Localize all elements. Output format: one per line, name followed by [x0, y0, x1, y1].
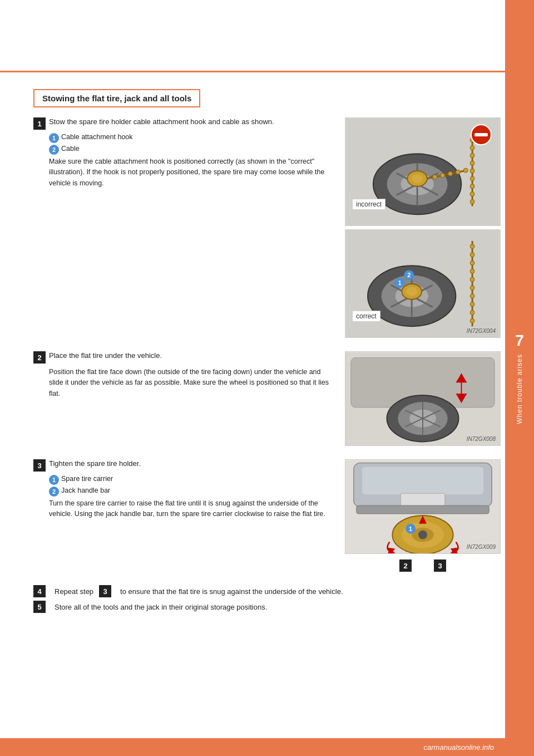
svg-point-35	[406, 287, 417, 296]
step-1-sub-1: 1 Cable attachment hook	[49, 133, 334, 143]
svg-text:1: 1	[398, 279, 401, 286]
chapter-number: 7	[515, 332, 524, 350]
correct-label: correct	[352, 311, 380, 322]
incorrect-image-box: incorrect	[345, 117, 501, 226]
step-3-number: 3	[33, 459, 46, 472]
svg-point-10	[433, 175, 437, 179]
svg-point-45	[470, 277, 474, 282]
svg-rect-64	[362, 467, 483, 495]
step-2-body-text: Position the flat tire face down (the ou…	[49, 367, 334, 399]
step-3-body: Turn the spare tire carrier to raise the…	[49, 498, 334, 520]
circle-3-1: 1	[49, 475, 59, 485]
sub-2-text: Cable	[61, 145, 80, 153]
step-3-row: 3 Tighten the spare tire holder. 1 Spare…	[33, 459, 501, 572]
chapter-title: When trouble arises	[516, 354, 523, 424]
no-entry-icon	[470, 124, 492, 146]
svg-rect-65	[400, 493, 444, 507]
step-3-image-box: 1 IN72GX009	[345, 459, 501, 554]
step-5-row: 5 Store all of the tools and the jack in…	[33, 601, 501, 613]
sub-1-text: Cable attachment hook	[61, 133, 133, 141]
step-5-text: Store all of the tools and the jack in t…	[55, 603, 267, 611]
svg-point-11	[441, 173, 445, 178]
step-3-sub-1: 1 Spare tire carrier	[49, 475, 334, 485]
svg-text:1: 1	[409, 526, 412, 532]
svg-point-13	[456, 170, 460, 174]
step-3-image: 1 IN72GX009 2 3	[345, 459, 501, 572]
image-num-row: 2 3	[345, 559, 501, 572]
svg-point-24	[470, 199, 474, 204]
step-1-row: 1 Stow the spare tire holder cable attac…	[33, 117, 501, 338]
incorrect-label: incorrect	[352, 199, 385, 210]
step-4-text-after: to ensure that the flat tire is snug aga…	[120, 587, 343, 596]
img-badge-3: 3	[434, 559, 446, 572]
svg-rect-66	[357, 505, 489, 514]
step-1-intro: Stow the spare tire holder cable attachm…	[49, 117, 274, 126]
svg-text:2: 2	[407, 272, 411, 278]
svg-point-19	[470, 161, 474, 165]
svg-point-42	[470, 253, 474, 257]
step-2-text: 2 Place the flat tire under the vehicle.…	[33, 351, 334, 446]
image-id-3: IN72GX009	[467, 544, 496, 550]
svg-point-21	[470, 176, 474, 181]
step-2-number: 2	[33, 351, 46, 364]
bottom-bar: carmanualsonline.info	[0, 738, 505, 756]
svg-point-49	[470, 311, 474, 315]
step-1-body: Make sure the cable attachment hook is p…	[49, 156, 334, 189]
svg-rect-26	[474, 133, 488, 136]
correct-image-box: 1 2 correct	[345, 229, 501, 338]
website-url: carmanualsonline.info	[424, 743, 494, 752]
svg-point-43	[470, 261, 474, 265]
circle-2: 2	[49, 145, 59, 155]
svg-point-44	[470, 269, 474, 273]
svg-point-8	[412, 174, 423, 183]
circle-3-2: 2	[49, 487, 59, 497]
top-bar	[0, 0, 505, 72]
step-3-sub-2: 2 Jack handle bar	[49, 487, 334, 497]
step-2-image-box: IN72GX008	[345, 351, 501, 446]
step-2-image: IN72GX008	[345, 351, 501, 446]
step-2-header: 2 Place the flat tire under the vehicle.	[33, 351, 334, 364]
svg-point-20	[470, 169, 474, 173]
step-4-number: 4	[33, 585, 46, 597]
svg-point-22	[470, 184, 474, 189]
step-3-text: 3 Tighten the spare tire holder. 1 Spare…	[33, 459, 334, 572]
circle-1: 1	[49, 133, 59, 143]
step-1-body-text: Make sure the cable attachment hook is p…	[49, 156, 334, 189]
step-1-text: 1 Stow the spare tire holder cable attac…	[33, 117, 334, 338]
svg-point-17	[470, 145, 474, 150]
section-title: Stowing the flat tire, jack and all tool…	[33, 89, 200, 107]
image-id-1: IN72GX004	[467, 328, 496, 334]
image-id-2: IN72GX008	[467, 436, 496, 442]
step-4-text: Repeat step	[55, 587, 93, 596]
step-2-intro: Place the flat tire under the vehicle.	[49, 351, 162, 360]
sub-3-1-text: Spare tire carrier	[61, 475, 113, 483]
step-1-images: incorrect	[345, 117, 501, 338]
step-4-ref: 3	[99, 585, 111, 597]
step-1-number: 1	[33, 117, 46, 130]
step-3-illustration: 1	[345, 460, 500, 554]
svg-point-18	[470, 153, 474, 158]
steps-4-5-row: 4 Repeat step 3 to ensure that the flat …	[33, 585, 501, 597]
svg-point-46	[470, 286, 474, 290]
main-content: Stowing the flat tire, jack and all tool…	[33, 0, 501, 646]
sub-3-2-text: Jack handle bar	[61, 487, 110, 494]
svg-point-70	[418, 531, 427, 539]
step-2-illustration	[345, 352, 500, 446]
svg-point-14	[463, 168, 468, 173]
svg-point-50	[470, 318, 474, 323]
img-badge-2: 2	[399, 559, 412, 572]
svg-point-12	[448, 171, 453, 176]
step-3-header: 3 Tighten the spare tire holder.	[33, 459, 334, 472]
svg-point-48	[470, 302, 474, 307]
step-3-body-text: Turn the spare tire carrier to raise the…	[49, 498, 334, 520]
step-2-body: Position the flat tire face down (the ou…	[49, 367, 334, 399]
step-2-row: 2 Place the flat tire under the vehicle.…	[33, 351, 501, 446]
step-5-number: 5	[33, 601, 46, 613]
step-1-sub-2: 2 Cable	[49, 145, 334, 155]
step-3-intro: Tighten the spare tire holder.	[49, 459, 141, 468]
svg-point-23	[470, 192, 474, 197]
svg-point-47	[470, 294, 474, 298]
step-1-header: 1 Stow the spare tire holder cable attac…	[33, 117, 334, 130]
right-sidebar: 7 When trouble arises	[505, 0, 534, 756]
svg-point-41	[470, 244, 474, 249]
